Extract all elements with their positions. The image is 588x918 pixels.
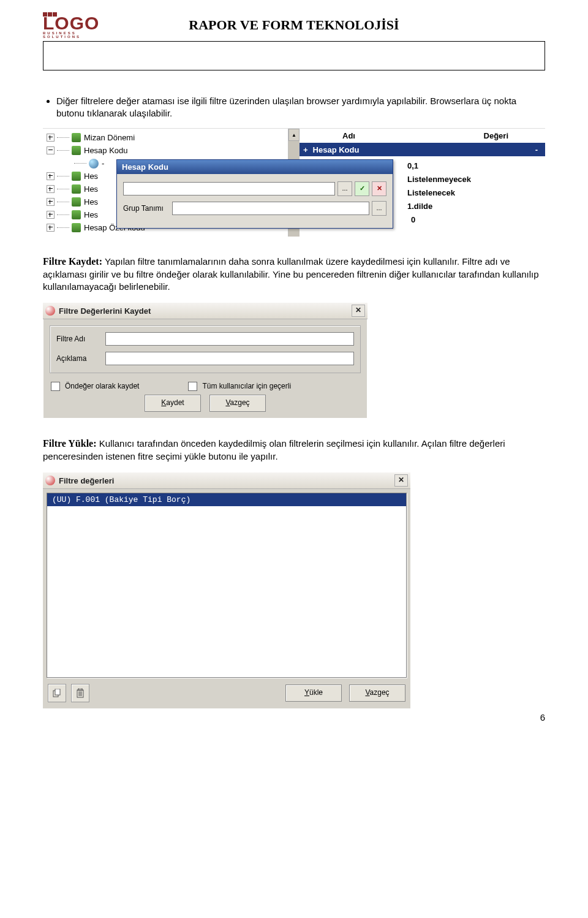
filtre-yukle-label: Filtre Yükle: — [43, 438, 97, 449]
filtre-kaydet-section: Filtre Kaydet: Yapılan filtre tanımlamal… — [43, 255, 545, 293]
folder-icon — [72, 172, 81, 181]
row-value: 0,1 — [407, 161, 545, 170]
copy-icon — [53, 689, 61, 697]
collapse-icon[interactable] — [47, 146, 55, 154]
filter-listbox[interactable]: (UU) F.001 (Bakiye Tipi Borç) — [47, 493, 407, 678]
svg-rect-1 — [55, 689, 60, 695]
tree-label[interactable]: Hes — [84, 197, 98, 207]
filtre-adi-input[interactable] — [105, 332, 354, 346]
title-box-frame — [43, 41, 545, 70]
svg-rect-7 — [78, 688, 82, 690]
confirm-button[interactable]: ✓ — [355, 181, 369, 196]
grup-tanimi-label: Grup Tanımı — [123, 204, 172, 213]
filtre-kaydet-label: Filtre Kaydet: — [43, 256, 102, 267]
aciklama-input[interactable] — [105, 352, 354, 365]
tree-label[interactable]: - — [102, 159, 104, 168]
folder-icon — [72, 210, 81, 219]
load-filter-dialog: Filtre değerleri ✕ (UU) F.001 (Bakiye Ti… — [43, 472, 410, 708]
tree-label[interactable]: Hes — [84, 184, 98, 194]
scroll-up-icon[interactable]: ▲ — [288, 129, 300, 141]
expand-icon[interactable] — [47, 134, 55, 142]
filtre-kaydet-text: Yapılan filtre tanımlamalarının daha son… — [43, 256, 539, 292]
folder-icon — [72, 197, 81, 207]
expand-icon[interactable] — [47, 185, 55, 193]
hesap-kodu-input[interactable] — [123, 182, 335, 195]
globe-icon — [89, 159, 99, 169]
app-icon — [45, 306, 55, 316]
filter-header-label: Hesap Kodu — [313, 145, 535, 154]
row-value: 1.dilde — [407, 202, 545, 211]
cancel-button[interactable]: ✕ — [372, 181, 386, 196]
folder-icon — [72, 184, 81, 194]
row-value: 0 — [411, 215, 545, 224]
browse-button[interactable]: ... — [372, 201, 386, 216]
remove-icon[interactable]: - — [535, 145, 545, 154]
column-header-name: Adı — [342, 131, 355, 140]
tree-label[interactable]: Hes — [84, 172, 98, 181]
document-title: RAPOR VE FORM TEKNOLOJİSİ — [43, 17, 545, 33]
folder-icon — [72, 223, 81, 232]
close-icon[interactable]: ✕ — [394, 474, 408, 487]
yukle-button[interactable]: Yükle — [285, 685, 342, 702]
folder-icon — [72, 133, 81, 142]
dialog-title: Filtre Değerlerini Kaydet — [59, 306, 151, 316]
row-value: Listelenmeyecek — [407, 175, 545, 184]
browse-button[interactable]: ... — [337, 181, 352, 196]
filtre-adi-label: Filtre Adı — [56, 335, 105, 343]
expand-icon[interactable] — [47, 211, 55, 219]
dialog-title: Filtre değerleri — [59, 476, 114, 485]
filtre-yukle-text: Kullanıcı tarafından önceden kaydedilmiş… — [43, 438, 505, 461]
app-icon — [45, 476, 55, 485]
expand-icon[interactable] — [47, 198, 55, 206]
close-icon[interactable]: ✕ — [352, 305, 365, 317]
vazgec-button[interactable]: Vazgeç — [209, 395, 266, 412]
tree-label[interactable]: Hes — [84, 210, 98, 219]
tree-label[interactable]: Hesap Kodu — [84, 146, 128, 155]
dialog-titlebar: Filtre değerleri ✕ — [43, 472, 410, 489]
hesap-kodu-popup: Hesap Kodu ... ✓ ✕ Grup Tanımı ... — [116, 159, 393, 229]
ondeger-checkbox[interactable]: Öndeğer olarak kaydet — [51, 382, 139, 391]
page-header: LOGO BUSINESS SOLUTIONS RAPOR VE FORM TE… — [43, 12, 545, 39]
folder-icon — [72, 146, 81, 155]
page-number: 6 — [43, 712, 545, 723]
list-item[interactable]: (UU) F.001 (Bakiye Tipi Borç) — [47, 493, 406, 506]
filtre-yukle-section: Filtre Yükle: Kullanıcı tarafından önced… — [43, 437, 545, 463]
add-icon[interactable]: + — [303, 145, 308, 154]
column-header-value: Değeri — [484, 131, 508, 140]
grup-tanimi-input[interactable] — [172, 202, 369, 215]
intro-bullet: Diğer filtrelere değer ataması ise ilgil… — [56, 95, 545, 120]
expand-icon[interactable] — [47, 172, 55, 180]
row-value: Listelenecek — [407, 188, 545, 197]
copy-button[interactable] — [48, 684, 66, 702]
popup-title: Hesap Kodu — [117, 160, 393, 174]
vazgec-button[interactable]: Vazgeç — [349, 685, 405, 702]
tree-filter-screenshot: Mizan Dönemi Hesap Kodu - Hes Hes Hes He… — [43, 128, 545, 237]
kaydet-button[interactable]: Kaydet — [145, 395, 201, 412]
dialog-titlebar: Filtre Değerlerini Kaydet ✕ — [43, 303, 368, 319]
trash-icon — [76, 688, 85, 698]
tum-kullanicilar-checkbox[interactable]: Tüm kullanıcılar için geçerli — [188, 382, 291, 391]
aciklama-label: Açıklama — [56, 354, 105, 363]
filter-header-row[interactable]: + Hesap Kodu - — [300, 143, 545, 156]
filter-name-group: Filtre Adı Açıklama — [50, 325, 361, 373]
expand-icon[interactable] — [47, 224, 55, 232]
delete-button[interactable] — [71, 684, 89, 702]
intro-text: Diğer filtrelere değer ataması ise ilgil… — [43, 95, 545, 120]
tree-label[interactable]: Mizan Dönemi — [84, 133, 135, 142]
save-filter-dialog: Filtre Değerlerini Kaydet ✕ Filtre Adı A… — [43, 303, 368, 419]
